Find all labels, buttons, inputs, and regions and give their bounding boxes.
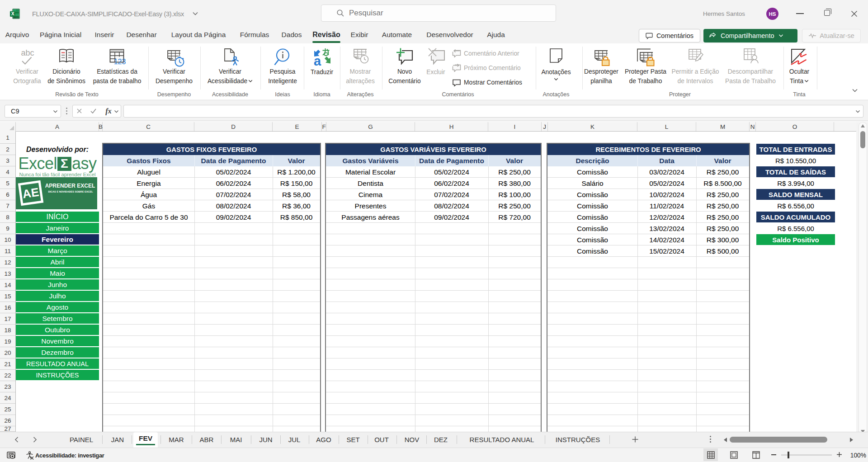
svg-text:X: X <box>11 11 14 16</box>
svg-text:123: 123 <box>114 58 126 66</box>
svg-text:a: a <box>314 54 321 66</box>
svg-text:abc: abc <box>21 48 34 57</box>
